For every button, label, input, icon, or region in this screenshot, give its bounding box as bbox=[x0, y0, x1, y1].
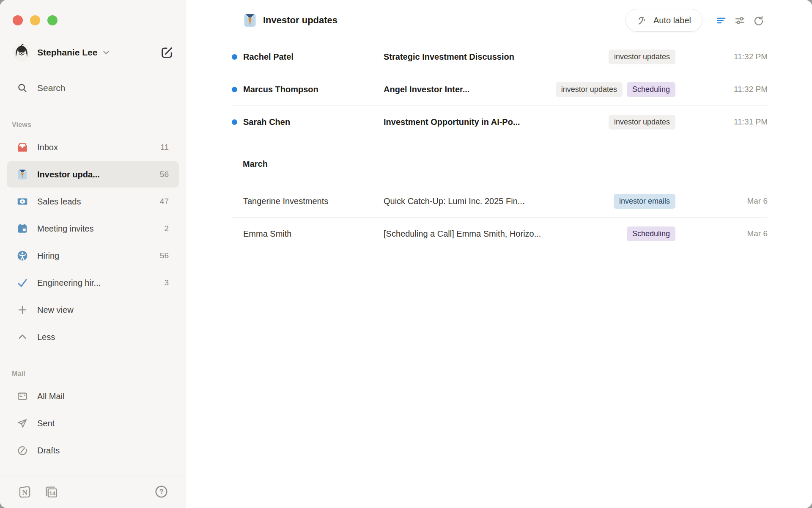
email-tags: Scheduling bbox=[627, 226, 675, 241]
dollar-banknote-icon bbox=[17, 196, 28, 207]
compose-icon bbox=[160, 45, 174, 60]
email-row[interactable]: Emma Smith [Scheduling a Call] Emma Smit… bbox=[186, 218, 812, 250]
user-name: Stephanie Lee bbox=[37, 47, 97, 58]
page-title: Investor updates bbox=[263, 15, 337, 26]
email-time: 11:32 PM bbox=[683, 52, 768, 61]
sidebar-item-label: All Mail bbox=[37, 392, 169, 401]
account-switcher[interactable]: Stephanie Lee bbox=[13, 42, 176, 63]
chevron-up-icon bbox=[17, 331, 28, 342]
sidebar-item-investor-updates[interactable]: Investor upda... 56 bbox=[7, 161, 179, 188]
minimize-button[interactable] bbox=[30, 15, 40, 25]
date-group-header: March bbox=[186, 149, 812, 179]
less-label: Less bbox=[37, 332, 169, 342]
email-subject: [Scheduling a Call] Emma Smith, Horizo..… bbox=[384, 229, 620, 239]
search-label: Search bbox=[37, 83, 66, 93]
paper-plane-icon bbox=[17, 418, 28, 429]
sidebar-item-drafts[interactable]: Drafts bbox=[7, 437, 179, 464]
view-title-group: Investor updates bbox=[243, 13, 337, 28]
filter-button[interactable] bbox=[712, 11, 730, 30]
email-tag[interactable]: investor updates bbox=[609, 115, 675, 130]
sidebar: Stephanie Lee Search Views bbox=[0, 0, 186, 508]
sidebar-item-all-mail[interactable]: All Mail bbox=[7, 383, 179, 409]
email-time: 11:31 PM bbox=[683, 117, 768, 127]
sidebar-item-label: Engineering hir... bbox=[37, 278, 164, 288]
email-tag[interactable]: investor emails bbox=[614, 194, 675, 209]
help-icon: ? bbox=[154, 485, 168, 499]
auto-label-button[interactable]: Auto label bbox=[625, 9, 702, 32]
unread-indicator-column bbox=[232, 231, 243, 237]
sliders-icon bbox=[734, 15, 746, 26]
sidebar-item-sales-leads[interactable]: Sales leads 47 bbox=[7, 188, 179, 215]
sidebar-item-label: Inbox bbox=[37, 143, 160, 152]
email-sender: Marcus Thompson bbox=[243, 85, 384, 94]
email-subject: Angel Investor Inter... bbox=[384, 85, 549, 94]
less-button[interactable]: Less bbox=[7, 324, 179, 350]
unread-indicator-column bbox=[232, 199, 243, 204]
display-settings-button[interactable] bbox=[730, 11, 749, 30]
unread-count: 11 bbox=[160, 143, 169, 152]
email-sender: Tangerine Investments bbox=[243, 196, 384, 206]
unread-count: 47 bbox=[160, 197, 169, 206]
new-view-label: New view bbox=[37, 305, 169, 315]
unread-dot bbox=[232, 119, 237, 125]
email-time: 11:32 PM bbox=[683, 85, 768, 94]
email-row[interactable]: Sarah Chen Investment Opportunity in AI-… bbox=[186, 106, 812, 138]
filter-icon bbox=[716, 15, 727, 26]
email-tags: investor updates bbox=[609, 50, 675, 64]
email-row[interactable]: Marcus Thompson Angel Investor Inter... … bbox=[186, 73, 812, 105]
inbox-tray-icon bbox=[17, 142, 28, 153]
unread-dot bbox=[232, 54, 237, 60]
close-button[interactable] bbox=[13, 15, 23, 25]
search-button[interactable]: Search bbox=[0, 78, 186, 98]
email-tags: investor updates bbox=[609, 115, 675, 130]
envelope-icon bbox=[17, 391, 28, 402]
necktie-icon bbox=[17, 169, 28, 180]
necktie-icon bbox=[243, 13, 257, 28]
views-section-label: Views bbox=[0, 121, 186, 129]
svg-text:?: ? bbox=[159, 488, 163, 495]
sidebar-item-label: Meeting invites bbox=[37, 224, 164, 234]
svg-text:N: N bbox=[22, 489, 27, 497]
zoom-button[interactable] bbox=[47, 15, 58, 25]
view-header: Investor updates Auto label bbox=[186, 0, 812, 41]
email-row[interactable]: Rachel Patel Strategic Investment Discus… bbox=[186, 41, 812, 73]
sidebar-item-label: Sent bbox=[37, 419, 169, 428]
notion-calendar-icon[interactable]: 14 bbox=[44, 484, 59, 500]
email-sender: Sarah Chen bbox=[243, 117, 384, 127]
sidebar-item-hiring[interactable]: Hiring 56 bbox=[7, 243, 179, 269]
refresh-button[interactable] bbox=[749, 11, 768, 30]
header-actions: Auto label bbox=[625, 9, 768, 32]
email-tag[interactable]: Scheduling bbox=[627, 82, 675, 97]
compose-button[interactable] bbox=[159, 44, 176, 61]
unread-count: 56 bbox=[160, 170, 169, 179]
sidebar-item-sent[interactable]: Sent bbox=[7, 410, 179, 436]
unread-indicator-column bbox=[232, 87, 243, 92]
sidebar-item-engineering-hiring[interactable]: Engineering hir... 3 bbox=[7, 270, 179, 296]
sidebar-item-meeting-invites[interactable]: Meeting invites 2 bbox=[7, 215, 179, 242]
sidebar-item-label: Investor upda... bbox=[37, 170, 160, 179]
sidebar-item-label: Hiring bbox=[37, 251, 160, 261]
email-tags: investor updates Scheduling bbox=[556, 82, 675, 97]
unread-dot bbox=[232, 87, 237, 92]
main-content: Investor updates Auto label bbox=[186, 0, 812, 508]
unread-indicator-column bbox=[232, 119, 243, 125]
help-button[interactable]: ? bbox=[154, 484, 169, 500]
avatar bbox=[13, 44, 30, 61]
new-view-button[interactable]: New view bbox=[7, 297, 179, 323]
mail-section-label: Mail bbox=[0, 370, 186, 378]
email-tags: investor emails bbox=[614, 194, 675, 209]
email-sender: Emma Smith bbox=[243, 229, 384, 239]
notion-logo-icon[interactable]: N bbox=[17, 484, 32, 500]
search-icon bbox=[17, 83, 28, 94]
svg-text:14: 14 bbox=[49, 490, 55, 496]
email-tag[interactable]: investor updates bbox=[609, 50, 675, 64]
unread-count: 3 bbox=[164, 278, 169, 287]
email-tag[interactable]: investor updates bbox=[556, 82, 623, 97]
app-window: Stephanie Lee Search Views bbox=[0, 0, 812, 508]
refresh-icon bbox=[753, 15, 764, 26]
window-controls bbox=[0, 0, 186, 25]
sidebar-item-inbox[interactable]: Inbox 11 bbox=[7, 134, 179, 160]
email-time: Mar 6 bbox=[683, 229, 768, 238]
email-row[interactable]: Tangerine Investments Quick Catch-Up: Lu… bbox=[186, 185, 812, 217]
email-tag[interactable]: Scheduling bbox=[627, 226, 675, 241]
